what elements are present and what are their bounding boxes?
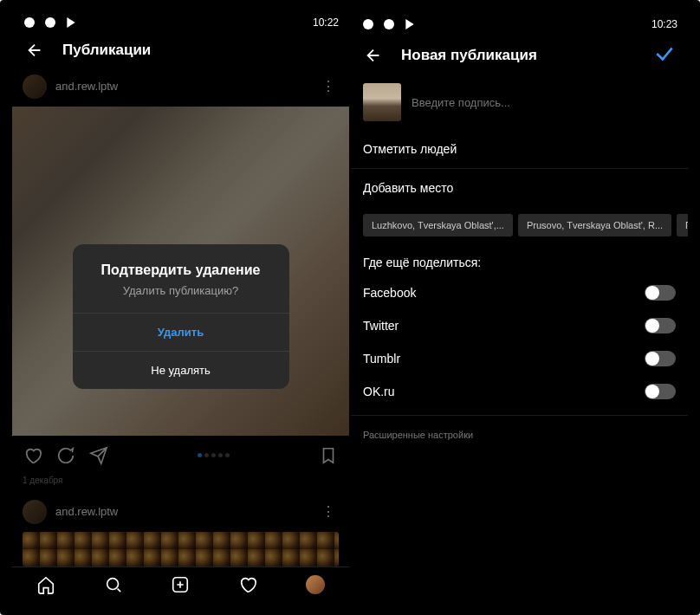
caption-row	[351, 74, 688, 130]
toggle-twitter[interactable]	[645, 318, 676, 333]
play-store-icon	[64, 16, 78, 29]
back-button[interactable]	[24, 40, 45, 61]
svg-point-4	[363, 19, 373, 29]
bottom-nav	[12, 566, 349, 603]
share-facebook-row: Facebook	[351, 276, 688, 309]
location-chip[interactable]: Prusovo, Tverskaya Oblast', R...	[518, 214, 671, 236]
nav-profile-icon[interactable]	[304, 573, 327, 596]
modal-subtitle: Удалить публикацию?	[73, 284, 289, 313]
status-bar: 10:23	[351, 12, 688, 36]
app-header: Новая публикация	[351, 36, 688, 74]
nav-add-icon[interactable]	[169, 573, 191, 596]
svg-point-0	[24, 17, 35, 28]
status-bar: 10:22	[12, 12, 349, 33]
advanced-settings-row[interactable]: Расширенные настройки	[351, 415, 688, 454]
share-twitter-row: Twitter	[351, 309, 688, 342]
phone-right: 10:23 Новая публикация Отметить людей До…	[351, 12, 688, 603]
back-button[interactable]	[363, 45, 384, 66]
svg-point-2	[107, 579, 118, 590]
status-time: 10:23	[651, 18, 677, 30]
share-label: OK.ru	[363, 385, 395, 398]
location-chips: Luzhkovo, Tverskaya Oblast',... Prusovo,…	[351, 207, 688, 243]
toggle-tumblr[interactable]	[645, 351, 676, 366]
post-thumbnail[interactable]	[363, 83, 401, 121]
share-section-title: Где ещё поделиться:	[351, 243, 688, 276]
viber-icon	[361, 17, 375, 31]
share-tumblr-row: Tumblr	[351, 342, 688, 375]
share-label: Facebook	[363, 286, 416, 300]
viber-icon-2	[382, 17, 396, 31]
nav-home-icon[interactable]	[35, 573, 57, 596]
toggle-facebook[interactable]	[645, 285, 676, 301]
nav-activity-icon[interactable]	[237, 573, 259, 596]
svg-point-5	[384, 19, 394, 29]
toggle-okru[interactable]	[645, 384, 676, 399]
location-chip[interactable]: Luzhkovo, Tverskaya Oblast',...	[363, 214, 513, 236]
share-label: Tumblr	[363, 352, 400, 366]
caption-input[interactable]	[412, 96, 676, 109]
add-location-row[interactable]: Добавить место	[351, 169, 688, 207]
page-title: Новая публикация	[401, 47, 636, 64]
viber-icon-2	[43, 16, 57, 29]
delete-button[interactable]: Удалить	[73, 313, 289, 351]
play-store-icon	[403, 17, 417, 31]
phone-left: 10:22 Публикации and.rew.lptw ⋮	[12, 12, 349, 603]
app-header: Публикации	[12, 33, 349, 66]
share-okru-row: OK.ru	[351, 375, 688, 408]
confirm-delete-modal: Подтвердить удаление Удалить публикацию?…	[73, 244, 289, 390]
modal-title: Подтвердить удаление	[73, 244, 289, 285]
tag-people-row[interactable]: Отметить людей	[351, 130, 688, 169]
cancel-button[interactable]: Не удалять	[73, 351, 289, 389]
status-time: 10:22	[313, 16, 339, 29]
svg-point-1	[45, 17, 55, 28]
location-chip[interactable]: Прямух...	[677, 214, 688, 236]
share-label: Twitter	[363, 319, 399, 333]
viber-icon	[23, 16, 36, 29]
nav-search-icon[interactable]	[102, 573, 125, 596]
modal-overlay: Подтвердить удаление Удалить публикацию?…	[12, 67, 349, 566]
confirm-button[interactable]	[653, 42, 676, 68]
page-title: Публикации	[62, 42, 337, 59]
